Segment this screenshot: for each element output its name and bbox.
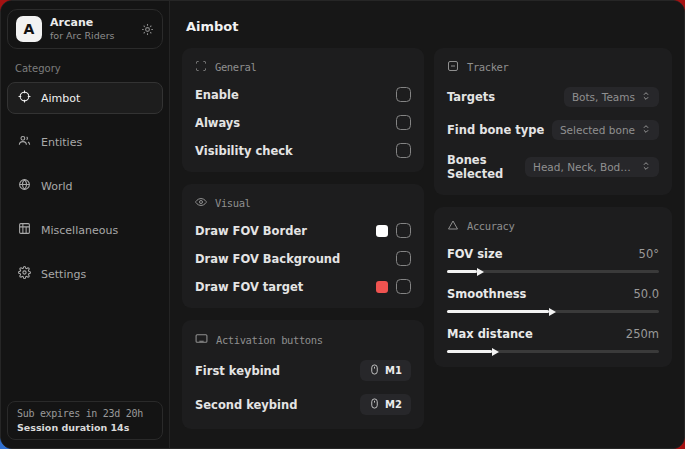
subscription-box: Sub expires in 23d 20h Session duration …: [7, 401, 163, 440]
brand-text: Arcane for Arc Riders: [50, 16, 133, 42]
setting-row-fov-background: Draw FOV Background: [195, 251, 411, 266]
general-card: General Enable Always Visibility check: [182, 48, 424, 172]
brand-card[interactable]: A Arcane for Arc Riders: [7, 9, 163, 49]
second-keybind-button[interactable]: M2: [360, 394, 411, 415]
card-title: Accuracy: [467, 220, 514, 232]
sidebar: A Arcane for Arc Riders Category Aimbot: [1, 1, 170, 448]
setting-row-first-keybind: First keybind M1: [195, 360, 411, 381]
chevrons-up-down-icon: [641, 161, 651, 173]
setting-row-max-distance: Max distance 250m: [447, 327, 659, 353]
scan-icon: [195, 60, 207, 74]
card-title: General: [215, 61, 256, 73]
settings-gear-icon: [18, 266, 31, 282]
keybind-value: M1: [385, 365, 402, 376]
select-value: Head, Neck, Body, Fe...: [533, 161, 635, 173]
keybind-value: M2: [385, 399, 402, 410]
setting-row-fov-size: FOV size 50°: [447, 247, 659, 273]
fov-size-slider[interactable]: [447, 270, 659, 273]
app-logo: A: [16, 16, 42, 42]
brand-subtitle: for Arc Riders: [50, 30, 133, 42]
app-window: A Arcane for Arc Riders Category Aimbot: [0, 0, 685, 449]
bones-selected-select[interactable]: Head, Neck, Body, Fe...: [525, 157, 659, 177]
slider-value: 250m: [626, 327, 659, 341]
sidebar-item-settings[interactable]: Settings: [7, 258, 163, 290]
main-content: Aimbot General Enable: [170, 1, 684, 448]
sidebar-item-world[interactable]: World: [7, 170, 163, 202]
setting-row-bones-selected: Bones Selected Head, Neck, Body, Fe...: [447, 153, 659, 181]
session-duration-text: Session duration 14s: [17, 422, 153, 433]
grid-icon: [18, 222, 31, 238]
gear-icon[interactable]: [141, 23, 154, 36]
accuracy-card: Accuracy FOV size 50° Smoothness: [434, 207, 672, 367]
card-title: Activation buttons: [216, 334, 323, 346]
sidebar-item-label: World: [41, 180, 73, 193]
entities-icon: [18, 134, 31, 150]
color-swatch[interactable]: [376, 281, 388, 293]
slider-value: 50.0: [633, 287, 659, 301]
always-checkbox[interactable]: [396, 115, 411, 130]
crosshair-icon: [18, 90, 31, 106]
chevrons-up-down-icon: [641, 91, 651, 103]
sidebar-item-label: Aimbot: [41, 92, 80, 105]
setting-row-targets: Targets Bots, Teams: [447, 87, 659, 107]
mouse-icon: [369, 364, 380, 377]
sidebar-item-entities[interactable]: Entities: [7, 126, 163, 158]
max-distance-slider[interactable]: [447, 350, 659, 353]
color-swatch[interactable]: [376, 225, 388, 237]
page-title: Aimbot: [186, 19, 672, 34]
setting-row-always: Always: [195, 115, 411, 130]
setting-row-enable: Enable: [195, 87, 411, 102]
triangle-icon: [447, 219, 459, 233]
enable-checkbox[interactable]: [396, 87, 411, 102]
sidebar-item-miscellaneous[interactable]: Miscellaneous: [7, 214, 163, 246]
first-keybind-button[interactable]: M1: [360, 360, 411, 381]
fov-background-checkbox[interactable]: [396, 251, 411, 266]
chevrons-up-down-icon: [641, 124, 651, 136]
setting-row-fov-target: Draw FOV target: [195, 279, 411, 294]
eye-icon: [195, 196, 207, 210]
fov-border-checkbox[interactable]: [396, 223, 411, 238]
frame-minus-icon: [447, 60, 459, 74]
brand-name: Arcane: [50, 16, 133, 30]
sidebar-item-label: Entities: [41, 136, 82, 149]
setting-row-find-bone-type: Find bone type Selected bone: [447, 120, 659, 140]
setting-row-visibility-check: Visibility check: [195, 143, 411, 158]
tracker-card: Tracker Targets Bots, Teams: [434, 48, 672, 195]
visibility-check-checkbox[interactable]: [396, 143, 411, 158]
keyboard-icon: [195, 332, 208, 347]
setting-row-second-keybind: Second keybind M2: [195, 394, 411, 415]
globe-icon: [18, 178, 31, 194]
activation-card: Activation buttons First keybind M1: [182, 320, 424, 429]
fov-target-checkbox[interactable]: [396, 279, 411, 294]
sidebar-item-aimbot[interactable]: Aimbot: [7, 82, 163, 114]
sub-expiry-text: Sub expires in 23d 20h: [17, 408, 153, 419]
sidebar-item-label: Miscellaneous: [41, 224, 118, 237]
mouse-icon: [369, 398, 380, 411]
card-title: Visual: [215, 197, 251, 209]
sidebar-item-label: Settings: [41, 268, 86, 281]
smoothness-slider[interactable]: [447, 310, 659, 313]
select-value: Selected bone: [560, 124, 635, 136]
find-bone-type-select[interactable]: Selected bone: [552, 120, 659, 140]
setting-row-fov-border: Draw FOV Border: [195, 223, 411, 238]
slider-value: 50°: [639, 247, 659, 261]
select-value: Bots, Teams: [572, 91, 635, 103]
setting-row-smoothness: Smoothness 50.0: [447, 287, 659, 313]
targets-select[interactable]: Bots, Teams: [564, 87, 659, 107]
visual-card: Visual Draw FOV Border Draw FOV Backgrou…: [182, 184, 424, 308]
card-title: Tracker: [467, 61, 508, 73]
category-label: Category: [15, 63, 155, 74]
